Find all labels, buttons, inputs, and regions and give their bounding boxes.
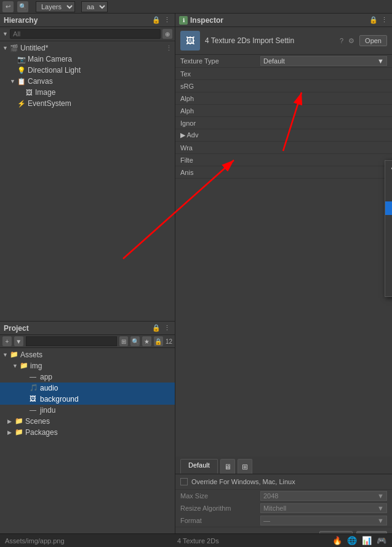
max-size-dropdown[interactable]: 2048 ▼ [260, 491, 387, 501]
format-label: Format [180, 517, 260, 524]
insp-settings-icon[interactable]: ⚙ [348, 37, 354, 45]
project-panel-icons: 🔒 ⋮ [152, 324, 171, 333]
hierarchy-panel: Hierarchy 🔒 ⋮ ▼ ⊕ ▼ 🎬 Untitled* ⋮ [0, 14, 175, 322]
light-icon: 💡 [17, 66, 26, 75]
camera-icon: 📷 [17, 55, 26, 63]
bottom-icon-4[interactable]: 🎮 [376, 535, 387, 546]
dropdown-chevron: ▼ [377, 57, 384, 65]
aa-dropdown[interactable]: aa [81, 1, 108, 12]
add-btn[interactable]: + [2, 336, 12, 346]
search-dropdown-arrow[interactable]: ▼ [2, 31, 8, 37]
hierarchy-tree: ▼ 🎬 Untitled* ⋮ 📷 Main Camera 💡 Directio… [0, 41, 175, 321]
override-label: Override For Windows, Mac, Linux [191, 478, 295, 485]
tex-row: Tex [175, 68, 392, 80]
dropdown-item-single-channel[interactable]: Single Channel [385, 283, 392, 296]
dropdown-item-editor-gui[interactable]: Editor GUI and Legacy GUI [385, 188, 392, 201]
texture-type-row: Texture Type Default ▼ [175, 55, 392, 68]
project-search-input[interactable] [26, 336, 117, 346]
proj-layout-btn[interactable]: ⊞ [119, 336, 129, 346]
hierarchy-panel-icons: 🔒 ⋮ [152, 16, 171, 25]
proj-icon-btn[interactable]: ★ [142, 336, 151, 346]
proj-audio[interactable]: 🎵 audio [0, 383, 175, 394]
proj-scenes[interactable]: ▶ 📁 Scenes [0, 416, 175, 427]
project-lock-icon[interactable]: 🔒 [152, 324, 161, 333]
resize-algo-dropdown[interactable]: Mitchell ▼ [260, 503, 387, 513]
proj-app[interactable]: — app [0, 371, 175, 383]
texture-type-dropdown[interactable]: Default ▼ [260, 56, 387, 66]
adv-label: ▶ Adv [180, 131, 260, 139]
layers-dropdown[interactable]: Layers [36, 1, 75, 12]
insp-menu-icon[interactable]: ⋮ [380, 16, 388, 25]
platform-tab-windows[interactable]: ⊞ [238, 459, 252, 474]
platform-tab-default[interactable]: Default [180, 459, 218, 474]
texture-type-label: Texture Type [180, 57, 260, 65]
canvas-arrow: ▼ [10, 78, 17, 84]
proj-background[interactable]: 🖼 background [0, 394, 175, 405]
insp-lock-icon[interactable]: 🔒 [369, 16, 378, 25]
asset-info: 4 Texture 2Ds [177, 537, 219, 545]
dots-icon[interactable]: ⋮ [166, 44, 172, 52]
dropdown-item-cursor[interactable]: Cursor [385, 215, 392, 229]
resize-algo-label: Resize Algorithm [180, 504, 260, 512]
alph2-row: Alph [175, 105, 392, 117]
proj-more-btn[interactable]: 🔒 [154, 336, 163, 346]
filt-row: Filte [175, 154, 392, 166]
resize-chevron: ▼ [377, 504, 384, 512]
override-row: Override For Windows, Mac, Linux [180, 478, 387, 485]
anis-row: Anis [175, 166, 392, 179]
event-icon: ⚡ [17, 99, 26, 108]
tree-item-image[interactable]: 🖼 Image [0, 87, 175, 98]
format-row: Format — ▼ [175, 514, 392, 527]
undo-icon[interactable]: ↩ [2, 1, 14, 12]
dropdown-item-shadowmask[interactable]: Shadowmask [385, 269, 392, 283]
search-top-icon[interactable]: 🔍 [17, 1, 28, 12]
proj-count: 12 [166, 338, 172, 345]
tree-item-directional-light[interactable]: 💡 Directional Light [0, 65, 175, 76]
hierarchy-title: Hierarchy [4, 16, 38, 25]
tree-item-canvas[interactable]: ▼ 📋 Canvas [0, 76, 175, 87]
dropdown-btn[interactable]: ▼ [14, 336, 23, 346]
dropdown-item-lightmap[interactable]: Lightmap [385, 242, 392, 256]
project-toolbar: + ▼ ⊞ 🔍 ★ 🔒 12 [0, 335, 175, 348]
hierarchy-header: Hierarchy 🔒 ⋮ [0, 14, 175, 27]
dropdown-item-sprite[interactable]: Sprite (2D and UI) [385, 201, 392, 215]
platform-tab-desktop[interactable]: 🖥 [220, 459, 235, 474]
proj-assets[interactable]: ▼ 📁 Assets [0, 349, 175, 360]
inspector-tab[interactable]: ℹ Inspector [179, 16, 223, 25]
proj-packages[interactable]: ▶ 📁 Packages [0, 427, 175, 438]
hierarchy-search-input[interactable] [10, 29, 161, 39]
bottom-icon-1[interactable]: 🔥 [332, 535, 343, 546]
format-chevron: ▼ [377, 517, 384, 524]
insp-help-icon[interactable]: ? [340, 37, 343, 44]
format-dropdown[interactable]: — ▼ [260, 516, 387, 525]
override-checkbox[interactable] [180, 478, 188, 485]
menu-icon[interactable]: ⋮ [162, 16, 171, 25]
dropdown-item-default[interactable]: Default [385, 161, 392, 174]
proj-jindu[interactable]: — jindu [0, 405, 175, 416]
srg-row: sRG [175, 80, 392, 92]
open-button[interactable]: Open [359, 35, 387, 46]
proj-img[interactable]: ▼ 📁 img [0, 360, 175, 371]
proj-filter-btn[interactable]: 🔍 [130, 336, 140, 346]
tree-item-untitled[interactable]: ▼ 🎬 Untitled* ⋮ [0, 43, 175, 54]
hierarchy-search-btn[interactable]: ⊕ [162, 29, 172, 39]
dropdown-item-normal-map[interactable]: Normal map [385, 174, 392, 188]
bottom-icon-3[interactable]: 📊 [361, 535, 372, 546]
insp-title-row: 🖼 4 Texture 2Ds Import Settin ? ⚙ Open [175, 27, 392, 55]
tree-item-main-camera[interactable]: 📷 Main Camera [0, 54, 175, 65]
jindu-file-icon: — [30, 406, 38, 415]
project-menu-icon[interactable]: ⋮ [162, 324, 171, 333]
lock-icon[interactable]: 🔒 [152, 16, 161, 25]
dropdown-item-cookie[interactable]: Cookie [385, 229, 392, 242]
tree-item-eventsystem[interactable]: ⚡ EventSystem [0, 98, 175, 109]
app-status-bar: Assets/img/app.png 4 Texture 2Ds 🔥 🌐 📊 🎮 [0, 533, 392, 547]
arrow-icon: ▼ [2, 45, 10, 51]
bottom-icon-2[interactable]: 🌐 [346, 535, 358, 546]
assets-folder-icon: 📁 [10, 350, 18, 359]
dropdown-item-dir-lightmap[interactable]: Directional Lightmap [385, 256, 392, 269]
img-folder-icon: 📁 [20, 362, 28, 370]
asset-icon: 🖼 [180, 31, 200, 51]
wra-row: Wra [175, 142, 392, 154]
scenes-arrow: ▶ [7, 418, 15, 424]
inspector-tab-icon: ℹ [179, 16, 188, 25]
